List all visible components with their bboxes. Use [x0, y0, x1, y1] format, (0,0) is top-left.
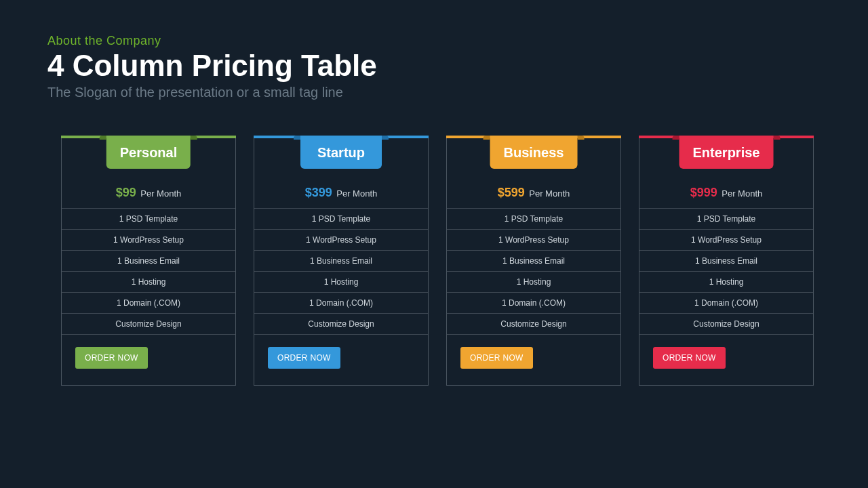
order-now-button[interactable]: ORDER NOW	[268, 347, 340, 369]
plan-price-row: $99 Per Month	[62, 179, 235, 209]
order-now-button[interactable]: ORDER NOW	[653, 347, 726, 369]
plan-ribbon: Personal	[106, 136, 191, 169]
tagline-text: The Slogan of the presentation or a smal…	[47, 85, 377, 100]
plan-name: Startup	[317, 145, 365, 160]
page-title: 4 Column Pricing Table	[47, 49, 377, 82]
plan-period: Per Month	[140, 188, 181, 199]
plan-feature: Customize Design	[447, 314, 620, 335]
plan-feature: 1 Domain (.COM)	[254, 293, 428, 314]
plan-cta-wrap: ORDER NOW	[254, 335, 428, 385]
plan-cta-wrap: ORDER NOW	[62, 335, 235, 385]
plan-feature: 1 Hosting	[62, 272, 235, 293]
eyebrow-text: About the Company	[47, 34, 377, 48]
plan-price: $999	[690, 186, 717, 199]
order-now-button[interactable]: ORDER NOW	[75, 347, 148, 369]
plan-feature: 1 WordPress Setup	[639, 230, 813, 251]
plan-startup: Startup $399 Per Month 1 PSD Template 1 …	[254, 136, 429, 386]
plan-price-row: $599 Per Month	[447, 179, 620, 209]
plan-ribbon: Business	[490, 136, 578, 169]
plan-name: Business	[504, 145, 564, 160]
plan-ribbon-wrap: Personal	[62, 138, 235, 179]
plan-period: Per Month	[722, 188, 762, 199]
plan-feature: 1 WordPress Setup	[447, 230, 620, 251]
plan-feature: 1 Hosting	[447, 272, 620, 293]
plan-feature: 1 Domain (.COM)	[62, 293, 235, 314]
plan-feature: 1 Business Email	[447, 251, 620, 272]
plan-feature: 1 Business Email	[254, 251, 428, 272]
plan-ribbon-wrap: Business	[447, 138, 620, 179]
plan-feature: Customize Design	[254, 314, 428, 335]
plan-ribbon-wrap: Startup	[254, 138, 428, 179]
plan-feature: 1 PSD Template	[254, 209, 428, 230]
plan-name: Enterprise	[693, 145, 760, 160]
pricing-table: Personal $99 Per Month 1 PSD Template 1 …	[61, 136, 814, 386]
plan-enterprise: Enterprise $999 Per Month 1 PSD Template…	[639, 136, 814, 386]
plan-name: Personal	[120, 145, 177, 160]
plan-period: Per Month	[336, 188, 377, 199]
plan-price: $599	[498, 186, 525, 199]
plan-feature: 1 Business Email	[62, 251, 235, 272]
plan-period: Per Month	[529, 188, 570, 199]
plan-feature: 1 WordPress Setup	[254, 230, 428, 251]
plan-feature: 1 WordPress Setup	[62, 230, 235, 251]
plan-feature: Customize Design	[62, 314, 235, 335]
plan-feature: 1 PSD Template	[62, 209, 235, 230]
plan-feature: 1 Domain (.COM)	[447, 293, 620, 314]
plan-business: Business $599 Per Month 1 PSD Template 1…	[446, 136, 621, 386]
plan-feature: 1 PSD Template	[639, 209, 813, 230]
order-now-button[interactable]: ORDER NOW	[460, 347, 533, 369]
plan-feature: 1 Domain (.COM)	[639, 293, 813, 314]
plan-ribbon-wrap: Enterprise	[639, 138, 813, 179]
plan-ribbon: Startup	[300, 136, 382, 169]
plan-price: $399	[305, 186, 332, 199]
plan-feature: Customize Design	[639, 314, 813, 335]
plan-cta-wrap: ORDER NOW	[639, 335, 813, 385]
plan-feature: 1 PSD Template	[447, 209, 620, 230]
slide-header: About the Company 4 Column Pricing Table…	[47, 34, 377, 100]
plan-personal: Personal $99 Per Month 1 PSD Template 1 …	[61, 136, 236, 386]
plan-price-row: $399 Per Month	[254, 179, 428, 209]
plan-feature: 1 Business Email	[639, 251, 813, 272]
plan-price: $99	[116, 186, 136, 199]
plan-feature: 1 Hosting	[254, 272, 428, 293]
plan-ribbon: Enterprise	[679, 136, 774, 169]
plan-price-row: $999 Per Month	[639, 179, 813, 209]
plan-feature: 1 Hosting	[639, 272, 813, 293]
plan-cta-wrap: ORDER NOW	[447, 335, 620, 385]
